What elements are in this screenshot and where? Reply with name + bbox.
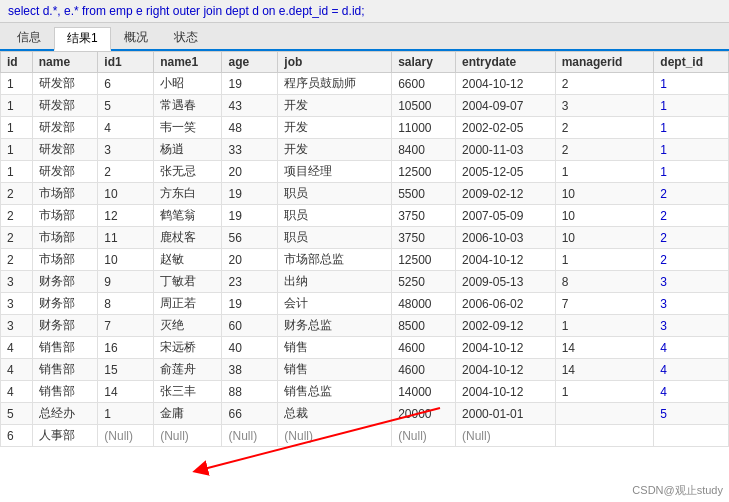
table-cell: 5250: [392, 271, 456, 293]
table-cell: 研发部: [32, 117, 98, 139]
table-row: 1研发部6小昭19程序员鼓励师66002004-10-1221: [1, 73, 729, 95]
table-cell: 19: [222, 293, 278, 315]
table-cell: 1: [98, 403, 154, 425]
col-header-entrydate: entrydate: [456, 52, 556, 73]
table-cell: 研发部: [32, 95, 98, 117]
col-header-dept_id: dept_id: [654, 52, 729, 73]
sql-bar: select d.*, e.* from emp e right outer j…: [0, 0, 729, 23]
table-cell: 市场部: [32, 227, 98, 249]
table-cell: 总经办: [32, 403, 98, 425]
table-cell: 7: [555, 293, 654, 315]
tab-信息[interactable]: 信息: [4, 25, 54, 49]
table-cell: 张三丰: [154, 381, 222, 403]
table-cell: 12: [98, 205, 154, 227]
table-cell: [555, 403, 654, 425]
table-cell: 1: [555, 315, 654, 337]
table-cell: 项目经理: [278, 161, 392, 183]
table-cell: 2: [555, 139, 654, 161]
table-cell: 职员: [278, 205, 392, 227]
table-cell: 60: [222, 315, 278, 337]
table-row: 3财务部7灭绝60财务总监85002002-09-1213: [1, 315, 729, 337]
tab-状态[interactable]: 状态: [161, 25, 211, 49]
result-table: idnameid1name1agejobsalaryentrydatemanag…: [0, 51, 729, 447]
table-cell: 4: [98, 117, 154, 139]
table-cell: 10: [98, 183, 154, 205]
table-cell: 2005-12-05: [456, 161, 556, 183]
table-cell: 2004-09-07: [456, 95, 556, 117]
table-cell: 2009-05-13: [456, 271, 556, 293]
table-cell: 2004-10-12: [456, 73, 556, 95]
col-header-name: name: [32, 52, 98, 73]
table-cell: 2007-05-09: [456, 205, 556, 227]
table-cell: 1: [654, 117, 729, 139]
table-cell: 杨逍: [154, 139, 222, 161]
table-row: 1研发部3杨逍33开发84002000-11-0321: [1, 139, 729, 161]
table-cell: 14: [98, 381, 154, 403]
table-cell: 2: [555, 73, 654, 95]
table-cell: 10: [555, 227, 654, 249]
col-header-managerid: managerid: [555, 52, 654, 73]
table-cell: 3750: [392, 205, 456, 227]
table-cell: 8400: [392, 139, 456, 161]
table-row: 2市场部11鹿杖客56职员37502006-10-03102: [1, 227, 729, 249]
tab-row: 信息结果1概况状态: [0, 23, 729, 51]
col-header-id: id: [1, 52, 33, 73]
table-cell: 16: [98, 337, 154, 359]
table-cell: 4: [1, 337, 33, 359]
table-cell: 2002-02-05: [456, 117, 556, 139]
table-cell: 2009-02-12: [456, 183, 556, 205]
table-row: 5总经办1金庸66总裁200002000-01-015: [1, 403, 729, 425]
tab-结果1[interactable]: 结果1: [54, 27, 111, 51]
table-cell: 市场部: [32, 183, 98, 205]
tab-概况[interactable]: 概况: [111, 25, 161, 49]
table-cell: 开发: [278, 95, 392, 117]
table-cell: 1: [654, 161, 729, 183]
table-cell: 5: [98, 95, 154, 117]
table-cell: 14: [555, 337, 654, 359]
table-cell: 1: [555, 161, 654, 183]
table-cell: 10: [98, 249, 154, 271]
table-cell: 2000-11-03: [456, 139, 556, 161]
col-header-age: age: [222, 52, 278, 73]
table-cell: 19: [222, 205, 278, 227]
table-cell: 鹿杖客: [154, 227, 222, 249]
table-cell: 20: [222, 161, 278, 183]
table-cell: 职员: [278, 183, 392, 205]
table-row: 1研发部2张无忌20项目经理125002005-12-0511: [1, 161, 729, 183]
table-cell: 1: [555, 381, 654, 403]
table-cell: 4: [654, 359, 729, 381]
table-wrapper[interactable]: idnameid1name1agejobsalaryentrydatemanag…: [0, 51, 729, 502]
table-cell: 财务部: [32, 315, 98, 337]
table-row: 6人事部(Null)(Null)(Null)(Null)(Null)(Null): [1, 425, 729, 447]
table-cell: 4: [654, 337, 729, 359]
table-cell: (Null): [154, 425, 222, 447]
table-cell: 48000: [392, 293, 456, 315]
table-cell: 金庸: [154, 403, 222, 425]
table-cell: 财务总监: [278, 315, 392, 337]
table-cell: 1: [654, 73, 729, 95]
table-cell: 8: [98, 293, 154, 315]
table-cell: 周正若: [154, 293, 222, 315]
table-cell: (Null): [222, 425, 278, 447]
table-cell: 3: [555, 95, 654, 117]
table-cell: 56: [222, 227, 278, 249]
table-cell: 4600: [392, 359, 456, 381]
table-cell: 1: [1, 117, 33, 139]
table-cell: 6: [98, 73, 154, 95]
table-cell: 11000: [392, 117, 456, 139]
table-cell: 3: [654, 293, 729, 315]
table-cell: 14: [555, 359, 654, 381]
table-cell: 研发部: [32, 161, 98, 183]
table-cell: 4: [1, 381, 33, 403]
col-header-name1: name1: [154, 52, 222, 73]
table-cell: 4: [654, 381, 729, 403]
table-cell: [654, 425, 729, 447]
table-cell: [555, 425, 654, 447]
table-cell: 总裁: [278, 403, 392, 425]
table-cell: 20000: [392, 403, 456, 425]
sql-text: select d.*, e.* from emp e right outer j…: [8, 4, 365, 18]
table-cell: 丁敏君: [154, 271, 222, 293]
table-cell: 5500: [392, 183, 456, 205]
table-cell: 2004-10-12: [456, 359, 556, 381]
table-cell: 3750: [392, 227, 456, 249]
